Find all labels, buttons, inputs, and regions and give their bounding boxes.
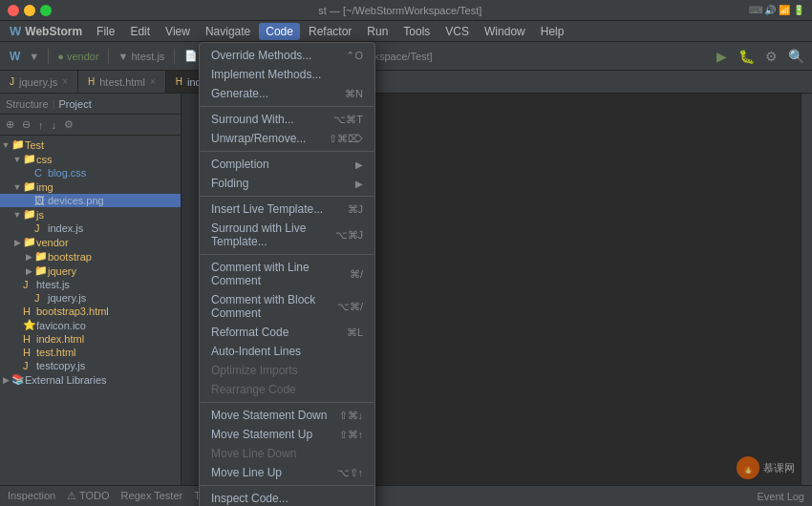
menu-item-unwrap-remove[interactable]: Unwrap/Remove... ⇧⌘⌦ — [200, 129, 374, 148]
menu-item-override-methods[interactable]: Override Methods... ⌃O — [200, 46, 374, 65]
menu-item-move-statement-down[interactable]: Move Statement Down ⇧⌘↓ — [200, 406, 374, 425]
menu-item-implement-methods[interactable]: Implement Methods... — [200, 65, 374, 84]
menu-separator-1 — [200, 106, 374, 107]
menu-item-comment-block[interactable]: Comment with Block Comment ⌥⌘/ — [200, 290, 374, 323]
submenu-arrow-icon: ▶ — [355, 159, 363, 170]
code-menu: Override Methods... ⌃O Implement Methods… — [199, 42, 375, 506]
menu-item-generate[interactable]: Generate... ⌘N — [200, 84, 374, 103]
menu-item-surround-with[interactable]: Surround With... ⌥⌘T — [200, 110, 374, 129]
menu-separator-4 — [200, 254, 374, 255]
menu-item-insert-live-template[interactable]: Insert Live Template... ⌘J — [200, 200, 374, 219]
menu-item-reformat-code[interactable]: Reformat Code ⌘L — [200, 323, 374, 342]
menu-item-surround-live-template[interactable]: Surround with Live Template... ⌥⌘J — [200, 219, 374, 251]
menu-item-inspect-code[interactable]: Inspect Code... — [200, 489, 374, 506]
menu-separator-3 — [200, 196, 374, 197]
menu-separator-2 — [200, 151, 374, 152]
menu-item-rearrange-code: Rearrange Code — [200, 380, 374, 399]
menu-item-move-line-down: Move Line Down — [200, 444, 374, 463]
menu-separator-6 — [200, 485, 374, 486]
submenu-arrow-icon-2: ▶ — [355, 179, 363, 189]
menu-item-move-statement-up[interactable]: Move Statement Up ⇧⌘↑ — [200, 425, 374, 444]
menu-separator-5 — [200, 402, 374, 403]
menu-item-comment-line[interactable]: Comment with Line Comment ⌘/ — [200, 258, 374, 290]
menu-item-auto-indent[interactable]: Auto-Indent Lines — [200, 342, 374, 361]
menu-item-folding[interactable]: Folding ▶ — [200, 174, 374, 193]
menu-overlay[interactable]: Override Methods... ⌃O Implement Methods… — [0, 0, 812, 506]
menu-item-move-line-up[interactable]: Move Line Up ⌥⇧↑ — [200, 463, 374, 482]
menu-item-completion[interactable]: Completion ▶ — [200, 155, 374, 174]
menu-item-optimize-imports: Optimize Imports — [200, 361, 374, 380]
